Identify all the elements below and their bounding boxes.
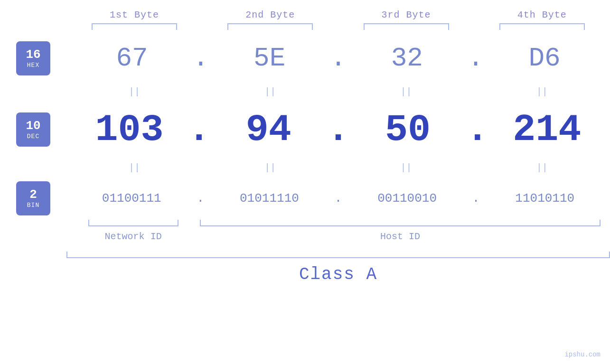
dec-val-2: 94: [246, 108, 291, 151]
hex-cell-2: 5E: [204, 43, 335, 74]
top-bracket-4: [474, 23, 610, 30]
eq-8: ||: [474, 162, 610, 173]
net-bracket-shape: [88, 220, 178, 226]
bin-val-3: 00110010: [377, 191, 437, 205]
host-bracket-cell: [200, 220, 610, 226]
dot-sep-bin-1: .: [197, 191, 205, 205]
network-id-label: Network ID: [105, 231, 162, 242]
top-bracket-1: [66, 23, 202, 30]
hex-cell-4: D6: [479, 43, 610, 74]
bin-val-4: 11010110: [515, 191, 574, 205]
dec-cell-1: 103: [66, 108, 192, 151]
class-section: Class A: [66, 252, 610, 284]
dec-val-3: 50: [385, 108, 431, 151]
id-labels-row: Network ID Host ID: [66, 231, 610, 242]
dot-sep-bin-2: .: [335, 191, 342, 205]
bin-badge-label: BIN: [27, 202, 39, 209]
equals-row-1: || || || ||: [66, 82, 610, 101]
eq-4: ||: [474, 86, 610, 97]
hex-cell-3: 32: [341, 43, 472, 74]
dec-cell-3: 50: [345, 108, 471, 151]
eq-1: ||: [66, 86, 202, 97]
dec-cell-4: 214: [484, 108, 610, 151]
bin-badge-number: 2: [29, 188, 37, 201]
dec-val-1: 103: [95, 108, 164, 151]
badges-column: 16 HEX 10 DEC 2 BIN: [0, 35, 66, 220]
dec-badge-number: 10: [26, 120, 40, 132]
host-id-label-cell: Host ID: [200, 231, 610, 242]
host-id-label: Host ID: [380, 231, 420, 242]
eq-5: ||: [66, 162, 202, 173]
hex-val-1: 67: [116, 43, 148, 74]
top-bracket-2: [202, 23, 338, 30]
top-bracket-shape-2: [227, 23, 313, 30]
values-grid: 67 . 5E . 32 . D6 || || || ||: [66, 35, 610, 220]
bin-cell-1: 01100111: [66, 191, 197, 205]
bin-val-1: 01100111: [102, 191, 161, 205]
hex-cell-1: 67: [66, 43, 197, 74]
host-bracket-shape: [200, 220, 601, 226]
watermark: ipshu.com: [564, 351, 601, 358]
dot-sep-bin-3: .: [472, 191, 480, 205]
dec-row: 103 . 94 . 50 . 214: [66, 101, 610, 158]
dec-badge-label: DEC: [27, 133, 39, 140]
byte-label-2: 2nd Byte: [202, 9, 338, 20]
dec-badge: 10 DEC: [16, 112, 50, 147]
network-id-label-cell: Network ID: [66, 231, 200, 242]
hex-badge-label: HEX: [27, 62, 39, 69]
main-container: 1st Byte 2nd Byte 3rd Byte 4th Byte 16 H…: [0, 0, 610, 364]
dec-badge-slot: 10 DEC: [16, 101, 50, 158]
top-bracket-shape-3: [364, 23, 449, 30]
hex-badge-slot: 16 HEX: [16, 35, 50, 82]
top-bracket-3: [338, 23, 474, 30]
top-bracket-shape-4: [499, 23, 585, 30]
bin-row: 01100111 . 01011110 . 00110010 . 1101011…: [66, 177, 610, 220]
bin-cell-2: 01011110: [204, 191, 335, 205]
equals-row-2: || || || ||: [66, 158, 610, 177]
hex-badge-number: 16: [26, 48, 40, 61]
bin-cell-3: 00110010: [342, 191, 472, 205]
byte-label-1: 1st Byte: [66, 9, 202, 20]
byte-label-3: 3rd Byte: [338, 9, 474, 20]
byte-label-4: 4th Byte: [474, 9, 610, 20]
class-label: Class A: [66, 265, 610, 284]
class-bracket: [66, 252, 610, 258]
eq-2: ||: [202, 86, 338, 97]
top-brackets-row: [0, 23, 610, 30]
content-area: 16 HEX 10 DEC 2 BIN: [0, 35, 610, 220]
eq-3: ||: [338, 86, 474, 97]
byte-labels-row: 1st Byte 2nd Byte 3rd Byte 4th Byte: [0, 9, 610, 20]
net-bracket-cell: [66, 220, 200, 226]
bin-cell-4: 11010110: [479, 191, 610, 205]
hex-val-3: 32: [391, 43, 423, 74]
bin-badge: 2 BIN: [16, 181, 50, 215]
eq-6: ||: [202, 162, 338, 173]
hex-badge: 16 HEX: [16, 41, 50, 75]
bin-val-2: 01011110: [240, 191, 299, 205]
eq-7: ||: [338, 162, 474, 173]
bin-badge-slot: 2 BIN: [16, 177, 50, 220]
dec-val-4: 214: [513, 108, 581, 151]
bottom-section: Network ID Host ID: [0, 220, 610, 242]
top-bracket-shape-1: [92, 23, 177, 30]
dec-cell-2: 94: [206, 108, 331, 151]
hex-val-2: 5E: [253, 43, 285, 74]
bottom-brackets-wrapper: [66, 220, 610, 226]
hex-val-4: D6: [528, 43, 560, 74]
hex-row: 67 . 5E . 32 . D6: [66, 35, 610, 82]
